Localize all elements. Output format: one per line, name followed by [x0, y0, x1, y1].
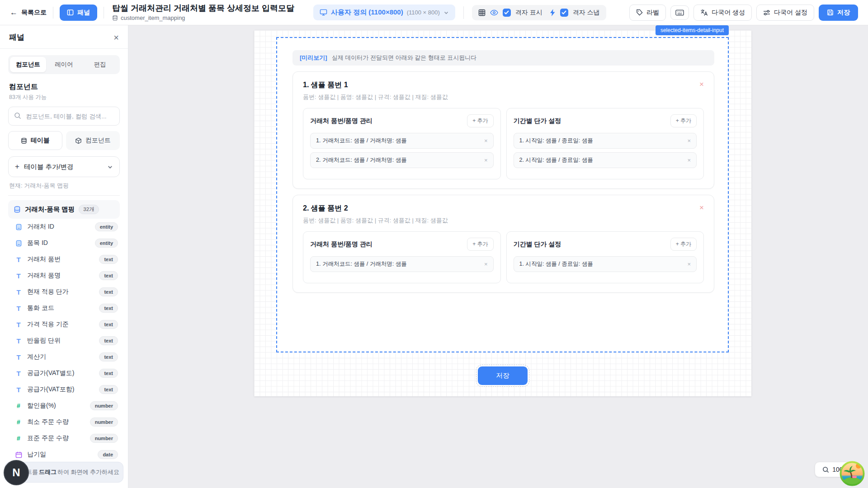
item-close-icon[interactable]: ×	[687, 261, 691, 267]
panel-icon	[67, 9, 74, 16]
tab-layers[interactable]: 레이어	[46, 57, 82, 72]
magnifier-icon	[822, 466, 829, 473]
panel-item-text: 2. 시작일: 샘플 / 종료일: 샘플	[519, 156, 688, 164]
field-list-item[interactable]: T # 할인율(%) number	[8, 398, 120, 414]
label-button[interactable]: 라벨	[629, 5, 666, 21]
field-type-badge: text	[99, 385, 118, 394]
tag-icon	[636, 9, 643, 16]
field-list-item[interactable]: T # 반올림 단위 text	[8, 333, 120, 349]
card-close-icon[interactable]: ×	[699, 204, 704, 211]
panel-title: 기간별 단가 설정	[514, 117, 670, 125]
panel-item-row[interactable]: 1. 시작일: 샘플 / 종료일: 샘플 ×	[514, 256, 697, 272]
field-list-item[interactable]: T # 통화 코드 text	[8, 300, 120, 316]
field-name: 공급가(VAT별도)	[27, 369, 94, 377]
field-name: 통화 코드	[27, 304, 94, 312]
plus-icon: +	[15, 162, 19, 171]
cube-icon	[75, 137, 82, 144]
divider	[104, 7, 104, 19]
save-button[interactable]: 저장	[819, 5, 858, 21]
panel-item-row[interactable]: 1. 거래처코드: 샘플 / 거래처명: 샘플 ×	[310, 256, 494, 272]
canvas-save-button[interactable]: 저장	[478, 366, 528, 385]
panel-item-row[interactable]: 1. 시작일: 샘플 / 종료일: 샘플 ×	[514, 133, 697, 149]
number-type-icon: #	[14, 402, 23, 409]
entity-icon	[14, 224, 23, 230]
selected-component-outline[interactable]: [미리보기] 실제 데이터가 전달되면 아래와 같은 형태로 표시됩니다 1. …	[276, 37, 729, 352]
panel-toggle-button[interactable]: 패널	[60, 5, 97, 21]
i18n-generate-button[interactable]: 다국어 생성	[693, 5, 752, 21]
panel-item-row[interactable]: 2. 시작일: 샘플 / 종료일: 샘플 ×	[514, 152, 697, 168]
tab-components[interactable]: 컴포넌트	[10, 57, 46, 72]
design-canvas[interactable]: [미리보기] 실제 데이터가 전달되면 아래와 같은 형태로 표시됩니다 1. …	[254, 30, 751, 396]
components-count: 83개 사용 가능	[9, 94, 119, 101]
panel-title: 기간별 단가 설정	[514, 240, 670, 249]
panel-item-text: 1. 거래처코드: 샘플 / 거래처명: 샘플	[316, 260, 484, 268]
toggle-tables-label: 테이블	[31, 136, 50, 145]
panel-item-text: 1. 시작일: 샘플 / 종료일: 샘플	[519, 260, 688, 268]
field-name: 할인율(%)	[27, 402, 85, 410]
table-name: 거래처-품목 맵핑	[25, 205, 75, 214]
field-list-item[interactable]: T # 납기일 date	[8, 446, 120, 463]
grid-snap-checkbox[interactable]	[560, 9, 568, 17]
field-type-badge: text	[99, 255, 118, 264]
toggle-tables[interactable]: 테이블	[8, 131, 62, 150]
number-type-icon: #	[14, 435, 23, 442]
add-table-dropdown[interactable]: + 테이블 추가/변경	[8, 156, 120, 177]
item-close-icon[interactable]: ×	[484, 157, 488, 164]
panel-sidebar: 패널 × 컴포넌트 레이어 편집 컴포넌트 83개 사용 가능 테이블 컴포넌트…	[0, 25, 128, 488]
field-list-item[interactable]: T # 공급가(VAT별도) text	[8, 365, 120, 381]
keyboard-shortcuts-button[interactable]	[670, 5, 689, 20]
card-close-icon[interactable]: ×	[699, 80, 704, 88]
close-icon[interactable]: ×	[113, 33, 119, 42]
card-subtitle: 품번: 샘플값 | 품명: 샘플값 | 규격: 샘플값 | 재질: 샘플값	[303, 93, 704, 101]
card-panel: 기간별 단가 설정 + 추가 1. 시작일: 샘플 / 종료일: 샘플 ×	[506, 231, 704, 283]
field-list-item[interactable]: T # 공급가(VAT포함) text	[8, 381, 120, 398]
toggle-components[interactable]: 컴포넌트	[66, 131, 120, 150]
field-list-item[interactable]: T # 거래처 품명 text	[8, 267, 120, 284]
item-close-icon[interactable]: ×	[687, 137, 691, 144]
panel-add-button[interactable]: + 추가	[467, 114, 493, 127]
field-list-item[interactable]: T # 표준 주문 수량 number	[8, 430, 120, 446]
i18n-settings-button[interactable]: 다국어 설정	[756, 5, 814, 21]
field-name: 거래처 품명	[27, 272, 94, 280]
island-avatar[interactable]	[840, 461, 865, 486]
item-close-icon[interactable]: ×	[687, 157, 691, 164]
field-type-badge: number	[90, 434, 118, 443]
field-list-item[interactable]: T # 품목 ID entity	[8, 235, 120, 251]
field-list-item[interactable]: T # 최소 주문 수량 number	[8, 414, 120, 430]
item-cards: 1. 샘플 품번 1 × 품번: 샘플값 | 품명: 샘플값 | 규격: 샘플값…	[292, 71, 714, 293]
panel-item-row[interactable]: 1. 거래처코드: 샘플 / 거래처명: 샘플 ×	[310, 133, 494, 149]
field-list: 거래처-품목 맵핑 32개 T # 거래처 ID entity T # 품목 I…	[0, 196, 128, 488]
i18n-generate-label: 다국어 생성	[712, 9, 745, 17]
panel-add-button[interactable]: + 추가	[670, 114, 697, 127]
tab-edit[interactable]: 편집	[82, 57, 118, 72]
field-list-item[interactable]: T # 현재 적용 단가 text	[8, 284, 120, 300]
item-close-icon[interactable]: ×	[484, 261, 488, 267]
panel-item-row[interactable]: 2. 거래처코드: 샘플 / 거래처명: 샘플 ×	[310, 152, 494, 168]
search-input[interactable]	[8, 107, 120, 126]
panel-add-button[interactable]: + 추가	[670, 238, 697, 251]
field-list-item[interactable]: T # 거래처 품번 text	[8, 251, 120, 267]
panel-add-button[interactable]: + 추가	[467, 238, 493, 251]
field-list-item[interactable]: T # 거래처 ID entity	[8, 219, 120, 235]
table-subtitle: customer_item_mapping	[121, 14, 185, 21]
app-logo[interactable]: N	[4, 460, 29, 485]
card-title: 2. 샘플 품번 2	[303, 204, 699, 213]
back-to-list-button[interactable]: ← 목록으로	[10, 8, 47, 17]
field-list-item[interactable]: T # 가격 적용 기준 text	[8, 316, 120, 333]
item-close-icon[interactable]: ×	[484, 137, 488, 144]
chevron-down-icon	[443, 10, 449, 15]
grid-settings-group: 격자 표시 격자 스냅	[472, 5, 606, 20]
card-panel: 거래처 품번/품명 관리 + 추가 1. 거래처코드: 샘플 / 거래처명: 샘…	[303, 108, 501, 179]
text-type-icon: T	[14, 272, 23, 280]
viewport-size-select[interactable]: 사용자 정의 (1100×800) (1100 × 800)	[313, 5, 455, 20]
text-type-icon: T	[14, 386, 23, 394]
table-row[interactable]: 거래처-품목 맵핑 32개	[8, 200, 120, 219]
calendar-icon	[14, 451, 23, 458]
card-panel: 기간별 단가 설정 + 추가 1. 시작일: 샘플 / 종료일: 샘플 × 2.…	[506, 108, 704, 179]
components-section-title: 컴포넌트	[9, 82, 119, 92]
add-table-label: 테이블 추가/변경	[24, 163, 74, 171]
panel-items: 1. 거래처코드: 샘플 / 거래처명: 샘플 × 2. 거래처코드: 샘플 /…	[310, 133, 494, 168]
field-list-item[interactable]: T # 계산기 text	[8, 349, 120, 365]
search-icon	[14, 112, 21, 119]
grid-show-checkbox[interactable]	[503, 9, 511, 17]
